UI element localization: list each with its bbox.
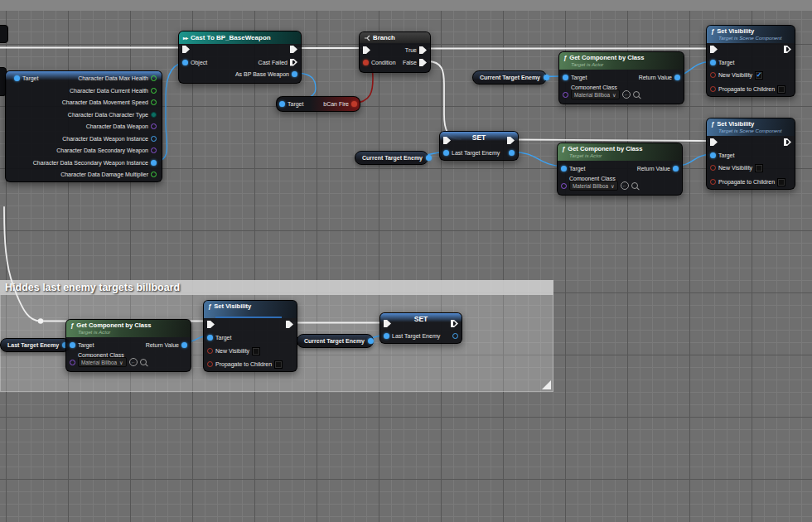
exec-in-pin[interactable]: [710, 46, 718, 53]
exec-out-pin[interactable]: [784, 46, 791, 53]
new-visibility-checkbox[interactable]: [755, 164, 763, 172]
component-class-pin[interactable]: [70, 360, 75, 365]
target-input-pin[interactable]: [279, 101, 285, 107]
getter-output-pin[interactable]: [368, 338, 374, 344]
set-output-pin[interactable]: [509, 150, 515, 156]
getter-output-pin[interactable]: [544, 75, 549, 80]
node-get-component-by-class[interactable]: ƒGet Component by Class Target is Actor …: [558, 51, 684, 104]
new-visibility-pin[interactable]: [710, 72, 716, 78]
new-visibility-checkbox[interactable]: [252, 347, 260, 355]
function-icon: ƒ: [70, 321, 74, 329]
exec-out-pin[interactable]: [784, 138, 791, 146]
exec-in-pin[interactable]: [363, 46, 370, 54]
use-asset-icon[interactable]: ←: [622, 90, 631, 99]
propagate-pin[interactable]: [710, 179, 716, 185]
node-header[interactable]: ƒSet Visibility Target is Scene Componen…: [707, 118, 795, 136]
output-pin[interactable]: [151, 99, 157, 105]
exec-out-pin[interactable]: [507, 137, 515, 144]
exec-in-pin[interactable]: [182, 46, 190, 53]
node-set-last-target-enemy[interactable]: SET Last Target Enemy: [439, 131, 519, 161]
node-branch[interactable]: Branch True Condition False: [359, 31, 431, 73]
output-pin[interactable]: [151, 160, 157, 166]
output-pin[interactable]: [151, 123, 157, 129]
component-class-dropdown[interactable]: Material Billboa∨: [569, 181, 618, 191]
getter-current-target-enemy[interactable]: Current Target Enemy: [355, 151, 428, 165]
set-value-input-pin[interactable]: [443, 150, 449, 156]
offscreen-node-fragment[interactable]: [0, 25, 8, 43]
set-value-input-pin[interactable]: [384, 333, 389, 339]
browse-asset-icon[interactable]: [633, 91, 640, 98]
propagate-checkbox[interactable]: [274, 360, 283, 369]
node-set-visibility[interactable]: ƒSet Visibility Target is Scene Componen…: [203, 300, 297, 372]
cast-failed-exec-pin[interactable]: [290, 59, 297, 66]
getter-output-pin[interactable]: [426, 155, 432, 161]
node-set-visibility[interactable]: ƒSet Visibility Target is Scene Componen…: [706, 25, 795, 97]
node-cast-to-bp-baseweapon[interactable]: ▸▸ Cast To BP_BaseWeapon Object Cast Fai…: [178, 31, 302, 84]
exec-in-pin[interactable]: [710, 138, 718, 146]
getter-last-target-enemy[interactable]: Last Target Enemy: [0, 338, 70, 352]
component-class-dropdown[interactable]: Material Billboa∨: [78, 357, 127, 367]
bcanfire-output-pin[interactable]: [351, 101, 357, 107]
output-pin[interactable]: [151, 88, 157, 94]
exec-out-pin[interactable]: [451, 320, 458, 327]
target-input-pin[interactable]: [710, 152, 716, 158]
object-input-pin[interactable]: [182, 60, 188, 65]
exec-in-pin[interactable]: [207, 321, 215, 328]
node-break-character-data[interactable]: Target Character Data Max Health Charact…: [5, 70, 162, 182]
propagate-checkbox[interactable]: [777, 178, 785, 186]
new-visibility-checkbox[interactable]: ✓: [755, 71, 763, 80]
output-pin[interactable]: [151, 112, 157, 118]
propagate-pin[interactable]: [207, 361, 213, 367]
pin-label: Target: [571, 75, 587, 80]
output-pin[interactable]: [151, 75, 157, 81]
target-input-pin[interactable]: [561, 166, 567, 172]
return-value-pin[interactable]: [673, 166, 679, 172]
exec-in-pin[interactable]: [443, 137, 451, 144]
getter-current-target-enemy[interactable]: Current Target Enemy: [472, 70, 547, 85]
new-visibility-pin[interactable]: [207, 348, 213, 354]
use-asset-icon[interactable]: ←: [129, 358, 138, 366]
target-input-pin[interactable]: [207, 335, 213, 341]
propagate-checkbox[interactable]: [777, 85, 785, 94]
new-visibility-pin[interactable]: [710, 165, 716, 171]
node-header[interactable]: Branch: [360, 32, 430, 43]
output-pin[interactable]: [151, 147, 157, 153]
node-header[interactable]: ƒGet Component by Class Target is Actor: [66, 320, 191, 337]
condition-input-pin[interactable]: [363, 60, 369, 65]
component-class-dropdown[interactable]: Material Billboa∨: [571, 89, 620, 99]
node-header[interactable]: ▸▸ Cast To BP_BaseWeapon: [179, 31, 301, 44]
node-get-bcanfire[interactable]: Target bCan Fire: [276, 96, 360, 112]
true-exec-pin[interactable]: [419, 46, 427, 54]
propagate-pin[interactable]: [710, 86, 716, 92]
exec-in-pin[interactable]: [384, 320, 391, 327]
output-pin[interactable]: [151, 136, 157, 142]
pin-label: Condition: [371, 60, 396, 65]
node-header[interactable]: ƒSet Visibility Target is Scene Componen…: [707, 26, 795, 43]
node-set-last-target-enemy[interactable]: SET Last Target Enemy: [379, 312, 462, 344]
node-header[interactable]: ƒGet Component by Class Target is Actor: [559, 52, 684, 70]
browse-asset-icon[interactable]: [140, 359, 147, 365]
as-bp-base-weapon-pin[interactable]: [292, 71, 297, 77]
node-header[interactable]: ƒGet Component by Class Target is Actor: [558, 143, 682, 161]
return-value-pin[interactable]: [674, 75, 680, 80]
target-input-pin[interactable]: [14, 75, 20, 81]
component-class-pin[interactable]: [563, 92, 568, 98]
component-class-pin[interactable]: [561, 183, 567, 189]
node-get-component-by-class[interactable]: ƒGet Component by Class Target is Actor …: [65, 319, 191, 372]
reroute-node[interactable]: [38, 318, 43, 323]
node-set-visibility[interactable]: ƒSet Visibility Target is Scene Componen…: [706, 118, 795, 190]
set-output-pin[interactable]: [452, 333, 458, 339]
node-get-component-by-class[interactable]: ƒGet Component by Class Target is Actor …: [557, 143, 683, 196]
browse-asset-icon[interactable]: [631, 182, 638, 189]
target-input-pin[interactable]: [710, 60, 716, 65]
false-exec-pin[interactable]: [419, 59, 427, 66]
node-header[interactable]: ƒSet Visibility Target is Scene Componen…: [204, 301, 297, 318]
exec-out-pin[interactable]: [286, 321, 293, 328]
target-input-pin[interactable]: [563, 75, 568, 80]
output-pin[interactable]: [151, 172, 157, 177]
getter-current-target-enemy[interactable]: Current Target Enemy: [297, 334, 374, 348]
target-input-pin[interactable]: [70, 342, 75, 348]
use-asset-icon[interactable]: ←: [621, 181, 629, 190]
exec-out-pin[interactable]: [290, 46, 297, 53]
return-value-pin[interactable]: [181, 342, 187, 348]
